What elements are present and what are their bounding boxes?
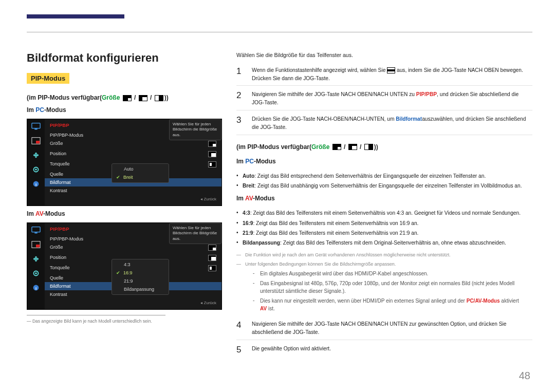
osd-option: 21:9	[112, 277, 169, 285]
pc-mode-heading: Im PC-Modus	[27, 106, 222, 114]
move-icon	[31, 255, 41, 263]
pip-icon	[31, 137, 41, 145]
svg-rect-1	[34, 129, 37, 130]
pc-bullets: Auto: Zeigt das Bild entsprechend dem Se…	[236, 171, 532, 191]
page-number: 48	[519, 370, 530, 382]
svg-point-5	[35, 169, 37, 171]
dimnote-2: ―Unter folgenden Bedingungen können Sie …	[236, 259, 532, 268]
list-item: Bildanpassung: Zeigt das Bild des Teilfe…	[236, 238, 532, 248]
step-3: 3 Drücken Sie die JOG-Taste NACH-OBEN/NA…	[236, 110, 532, 135]
step-2: 2 Navigieren Sie mithilfe der JOG-Taste …	[236, 86, 532, 110]
svg-rect-0	[32, 123, 40, 128]
osd-av: i PIP/PBP PIP/PBP-ModusEinGrößePositionT…	[27, 222, 222, 310]
size-icon-small	[332, 144, 341, 150]
osd-row: Größe	[45, 243, 221, 253]
size-icon-medium	[139, 95, 147, 101]
info-icon: i	[31, 284, 41, 292]
pc-mode-heading: Im PC-Modus	[236, 157, 532, 166]
monitor-icon	[31, 122, 41, 130]
footnote: ― Das angezeigte Bild kann je nach Model…	[27, 315, 165, 324]
size-icon-large	[364, 144, 373, 150]
list-item: 16:9: Zeigt das Bild des Teilfensters mi…	[236, 218, 532, 228]
intro-text: Wählen Sie die Bildgröße für das Teilfen…	[236, 51, 532, 62]
monitor-icon	[31, 226, 41, 234]
osd-option: Bildanpassung	[112, 285, 169, 293]
info-icon: i	[31, 180, 41, 188]
section-badge: PIP-Modus	[27, 73, 69, 84]
osd-pc: i PIP/PBP PIP/PBP-ModusEinGrößePositionT…	[27, 119, 222, 206]
osd-option: ✔16:9	[112, 269, 169, 277]
step-5: 5 Die gewählte Option wird aktiviert.	[236, 340, 532, 360]
size-icon-medium	[348, 144, 357, 150]
osd-tooltip: Wählen Sie für jeden Bildschirm die Bild…	[169, 223, 221, 244]
size-available-line: (im PIP-Modus verfügbar(Größe / / ))	[236, 142, 532, 152]
svg-rect-9	[34, 233, 37, 234]
size-icon-large	[155, 95, 163, 101]
svg-rect-3	[36, 141, 40, 143]
list-item: 21:9: Zeigt das Bild des Teilfensters mi…	[236, 228, 532, 238]
osd-back: ◂ Zurück	[45, 195, 221, 203]
osd-row: Größe	[45, 139, 221, 150]
pip-icon	[31, 240, 41, 249]
left-column: Bildformat konfigurieren PIP-Modus (im P…	[27, 51, 222, 377]
osd-option: ✔Breit	[112, 173, 169, 181]
dimnote-1: ―Die Funktion wird je nach den am Gerät …	[236, 250, 532, 259]
list-item: Auto: Zeigt das Bild entsprechend dem Se…	[236, 171, 532, 181]
page-title: Bildformat konfigurieren	[27, 51, 222, 65]
osd-row: Kontrast	[45, 186, 221, 195]
svg-text:i: i	[35, 286, 36, 291]
av-mode-heading: Im AV-Modus	[236, 194, 532, 203]
osd-option: Auto	[112, 165, 169, 173]
svg-rect-11	[36, 245, 40, 247]
gear-icon	[31, 165, 41, 174]
osd-submenu-av: 4:3✔16:921:9Bildanpassung	[112, 259, 169, 295]
av-mode-heading: Im AV-Modus	[27, 210, 222, 217]
condition-list: Ein digitales Ausgabegerät wird über das…	[253, 269, 532, 313]
osd-tooltip: Wählen Sie für jeden Bildschirm die Bild…	[169, 119, 221, 140]
step-1: 1 Wenn die Funktionstastenhilfe angezeig…	[236, 62, 532, 86]
menu-icon	[387, 67, 395, 73]
size-available-line: (im PIP-Modus verfügbar(Größe / / ))	[27, 94, 222, 101]
list-item: 4:3: Zeigt das Bild des Teilfensters mit…	[236, 208, 532, 218]
osd-row: Position	[45, 150, 221, 160]
svg-point-13	[35, 272, 37, 274]
svg-rect-8	[32, 227, 40, 232]
move-icon	[31, 151, 41, 159]
osd-submenu-pc: Auto✔Breit	[112, 163, 169, 183]
av-bullets: 4:3: Zeigt das Bild des Teilfensters mit…	[236, 208, 532, 248]
gear-icon	[31, 269, 41, 277]
list-item: Breit: Zeigt das Bild unabhängig vom Sei…	[236, 181, 532, 191]
header-bar	[27, 14, 124, 18]
svg-text:i: i	[35, 182, 36, 187]
osd-option: 4:3	[112, 260, 169, 269]
size-icon-small	[123, 95, 132, 101]
osd-back: ◂ Zurück	[45, 298, 221, 307]
right-column: Wählen Sie die Bildgröße für das Teilfen…	[236, 51, 532, 377]
step-4: 4 Navigieren Sie mithilfe der JOG-Taste …	[236, 315, 532, 340]
header-rule	[27, 32, 532, 32]
